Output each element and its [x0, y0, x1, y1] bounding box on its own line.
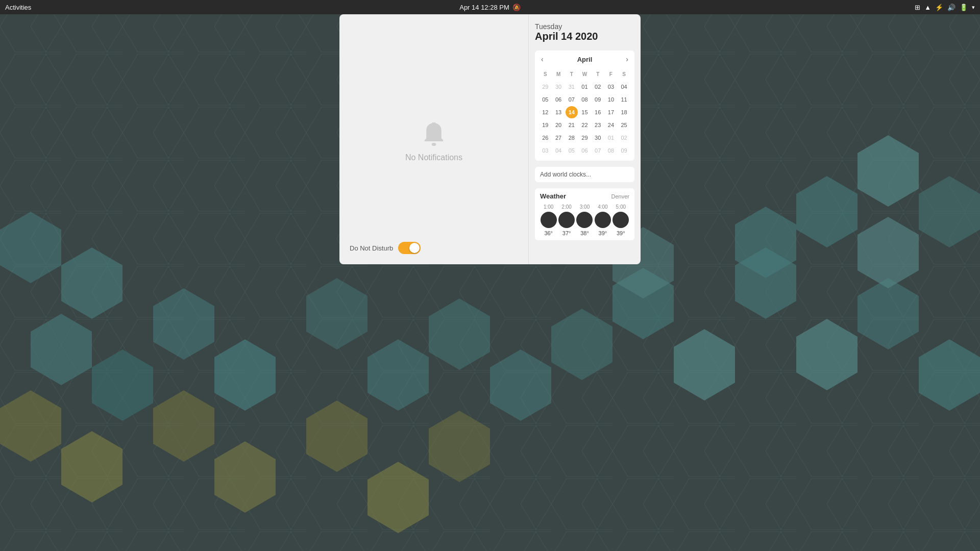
weather-time-column: 4:0039°	[594, 204, 611, 236]
calendar-day-cell[interactable]: 12	[539, 106, 551, 118]
svg-point-34	[432, 143, 436, 146]
dnd-toggle[interactable]	[398, 242, 421, 254]
calendar-grid: SMTWTFS293031010203040506070809101112131…	[539, 68, 630, 157]
calendar-day-cell[interactable]: 17	[605, 106, 617, 118]
calendar-day-cell[interactable]: 25	[618, 119, 630, 131]
calendar-day-cell[interactable]: 07	[592, 144, 604, 157]
calendar-next-button[interactable]: ›	[624, 55, 630, 64]
calendar-day-cell[interactable]: 08	[578, 93, 591, 106]
topbar-right: ⊞ ▲ ⚡ 🔊 🔋 ▾	[915, 4, 975, 11]
notifications-empty-state: No Notifications	[405, 55, 462, 229]
calendar-day-cell[interactable]: 09	[618, 144, 630, 157]
volume-icon[interactable]: 🔊	[947, 4, 955, 11]
datetime-display[interactable]: Apr 14 12:28 PM	[459, 4, 509, 11]
calendar-day-header: M	[552, 68, 565, 80]
weather-time-label: 1:00	[540, 204, 557, 210]
notification-bell-icon: 🔕	[512, 4, 521, 11]
weather-condition-icon	[558, 212, 575, 228]
weather-condition-icon	[595, 212, 611, 228]
weather-title: Weather	[540, 192, 566, 200]
calendar-widget: ‹ April › SMTWTFS29303101020304050607080…	[535, 51, 634, 161]
calendar-day-cell[interactable]: 27	[552, 132, 565, 144]
weather-time-label: 5:00	[612, 204, 629, 210]
weather-temperature: 37°	[558, 230, 575, 236]
calendar-day-cell[interactable]: 04	[618, 81, 630, 93]
grid-icon[interactable]: ⊞	[915, 4, 920, 11]
calendar-header: ‹ April ›	[539, 55, 630, 64]
calendar-day-cell[interactable]: 13	[552, 106, 565, 118]
day-name: Tuesday	[535, 22, 634, 31]
calendar-day-cell[interactable]: 24	[605, 119, 617, 131]
calendar-day-header: T	[592, 68, 604, 80]
calendar-day-cell[interactable]: 26	[539, 132, 551, 144]
calendar-day-cell[interactable]: 19	[539, 119, 551, 131]
calendar-day-cell[interactable]: 21	[566, 119, 578, 131]
calendar-day-cell[interactable]: 05	[539, 93, 551, 106]
topbar-center: Apr 14 12:28 PM 🔕	[459, 4, 521, 11]
weather-times-grid: 1:0036°2:0037°3:0038°4:0039°5:0039°	[540, 204, 629, 236]
system-tray-expand-icon[interactable]: ▾	[972, 4, 975, 11]
calendar-day-cell[interactable]: 29	[539, 81, 551, 93]
calendar-day-cell[interactable]: 29	[578, 132, 591, 144]
weather-condition-icon	[612, 212, 629, 228]
weather-temperature: 39°	[594, 230, 611, 236]
calendar-day-cell[interactable]: 28	[566, 132, 578, 144]
bluetooth-icon[interactable]: ⚡	[935, 4, 943, 11]
weather-section: Weather Denver 1:0036°2:0037°3:0038°4:00…	[535, 188, 634, 240]
battery-icon[interactable]: 🔋	[960, 4, 968, 11]
activities-button[interactable]: Activities	[5, 4, 31, 11]
notification-calendar-panel: No Notifications Do Not Disturb Tuesday …	[339, 14, 641, 264]
date-heading: Tuesday April 14 2020	[535, 22, 634, 44]
weather-condition-icon	[541, 212, 557, 228]
date-full: April 14 2020	[535, 31, 634, 42]
weather-time-column: 3:0038°	[576, 204, 593, 236]
weather-time-label: 2:00	[558, 204, 575, 210]
calendar-day-cell[interactable]: 14	[566, 106, 578, 118]
add-world-clocks-button[interactable]: Add world clocks...	[535, 167, 634, 182]
calendar-day-cell[interactable]: 01	[605, 132, 617, 144]
calendar-day-cell[interactable]: 15	[578, 106, 591, 118]
wifi-icon[interactable]: ▲	[924, 4, 931, 11]
weather-temperature: 36°	[540, 230, 557, 236]
weather-time-column: 5:0039°	[612, 204, 629, 236]
calendar-day-cell[interactable]: 16	[592, 106, 604, 118]
weather-condition-icon	[576, 212, 593, 228]
calendar-day-cell[interactable]: 11	[618, 93, 630, 106]
calendar-day-cell[interactable]: 04	[552, 144, 565, 157]
calendar-day-cell[interactable]: 03	[539, 144, 551, 157]
calendar-day-cell[interactable]: 02	[592, 81, 604, 93]
calendar-day-cell[interactable]: 03	[605, 81, 617, 93]
calendar-day-cell[interactable]: 05	[566, 144, 578, 157]
calendar-day-cell[interactable]: 31	[566, 81, 578, 93]
calendar-day-cell[interactable]: 18	[618, 106, 630, 118]
calendar-day-cell[interactable]: 30	[552, 81, 565, 93]
weather-time-column: 1:0036°	[540, 204, 557, 236]
calendar-prev-button[interactable]: ‹	[539, 55, 546, 64]
topbar-left: Activities	[5, 4, 31, 11]
calendar-day-cell[interactable]: 23	[592, 119, 604, 131]
calendar-day-cell[interactable]: 20	[552, 119, 565, 131]
calendar-day-cell[interactable]: 08	[605, 144, 617, 157]
calendar-day-cell[interactable]: 09	[592, 93, 604, 106]
calendar-day-header: S	[539, 68, 551, 80]
calendar-day-cell[interactable]: 01	[578, 81, 591, 93]
calendar-day-header: S	[618, 68, 630, 80]
calendar-day-cell[interactable]: 10	[605, 93, 617, 106]
calendar-day-cell[interactable]: 30	[592, 132, 604, 144]
calendar-day-cell[interactable]: 07	[566, 93, 578, 106]
calendar-day-header: T	[566, 68, 578, 80]
weather-temperature: 39°	[612, 230, 629, 236]
weather-time-column: 2:0037°	[558, 204, 575, 236]
weather-time-label: 4:00	[594, 204, 611, 210]
calendar-day-cell[interactable]: 06	[552, 93, 565, 106]
calendar-month-label: April	[577, 56, 593, 63]
calendar-day-cell[interactable]: 02	[618, 132, 630, 144]
calendar-day-cell[interactable]: 22	[578, 119, 591, 131]
right-panel: Tuesday April 14 2020 ‹ April › SMTWTFS2…	[528, 14, 641, 264]
calendar-day-cell[interactable]: 06	[578, 144, 591, 157]
weather-time-label: 3:00	[576, 204, 593, 210]
calendar-day-header: F	[605, 68, 617, 80]
bell-icon	[421, 121, 447, 148]
weather-location: Denver	[611, 193, 629, 199]
calendar-day-header: W	[578, 68, 591, 80]
